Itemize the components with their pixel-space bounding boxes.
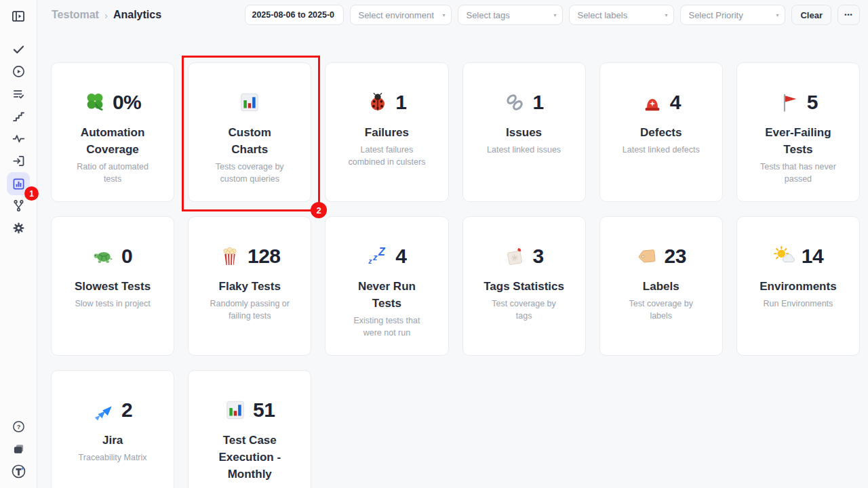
card-automation-coverage[interactable]: 0%Automation CoverageRatio of automated … bbox=[51, 62, 174, 202]
card-subtitle: Latest linked issues bbox=[487, 144, 561, 157]
card-value: 128 bbox=[248, 246, 281, 266]
card-title: Issues bbox=[506, 124, 542, 141]
card-slowest-tests[interactable]: 0Slowest TestsSlow tests in project bbox=[51, 216, 174, 356]
docs-icon bbox=[12, 442, 26, 456]
svg-text:z: z bbox=[372, 252, 378, 262]
sidebar-item-steps[interactable] bbox=[7, 105, 30, 127]
zzz-icon: zzZ bbox=[367, 245, 389, 267]
svg-text:z: z bbox=[368, 258, 373, 265]
topbar: Testomat › Analytics Select environment▾… bbox=[38, 0, 868, 30]
card-never-run-tests[interactable]: zzZ4Never Run TestsExisting tests that w… bbox=[325, 216, 448, 356]
card-subtitle: Traceability Matrix bbox=[79, 452, 147, 464]
card-labels[interactable]: 23LabelsTest coverage by labels bbox=[599, 216, 723, 356]
name-badge-icon bbox=[504, 245, 526, 267]
card-header: 0 bbox=[93, 245, 132, 268]
help-icon: ? bbox=[12, 420, 26, 434]
logo-icon bbox=[11, 464, 26, 479]
card-header: 51 bbox=[224, 399, 275, 422]
panel-toggle-icon[interactable] bbox=[7, 6, 30, 26]
card-value: 4 bbox=[670, 92, 681, 113]
select-priority[interactable]: Select Priority▾ bbox=[680, 5, 785, 25]
select-tags[interactable]: Select tags▾ bbox=[458, 5, 563, 25]
sidebar-item-logo[interactable] bbox=[7, 460, 31, 483]
card-subtitle: Tests coverage by custom quieries bbox=[216, 161, 284, 185]
card-defects[interactable]: 4DefectsLatest linked defects bbox=[599, 62, 723, 202]
card-test-case-execution-monthly[interactable]: 51Test Case Execution - Monthly bbox=[188, 370, 311, 488]
card-subtitle: Slow tests in project bbox=[75, 298, 150, 310]
card-value: 14 bbox=[802, 246, 823, 266]
sidebar-item-runs[interactable] bbox=[7, 60, 30, 83]
breadcrumb-project[interactable]: Testomat bbox=[52, 9, 99, 21]
card-title: Jira bbox=[102, 432, 123, 449]
card-title: Labels bbox=[643, 278, 679, 295]
card-title: Never Run Tests bbox=[358, 278, 416, 312]
card-title: Custom Charts bbox=[229, 124, 271, 158]
card-ever-failing-tests[interactable]: 5Ever-Failing TestsTests that has never … bbox=[736, 62, 860, 202]
card-issues[interactable]: 1IssuesLatest linked issues bbox=[462, 62, 586, 202]
sidebar-item-settings[interactable] bbox=[7, 217, 30, 239]
more-options-button[interactable]: ••• bbox=[837, 5, 860, 25]
bar-chart-icon bbox=[12, 177, 26, 191]
card-tags-statistics[interactable]: 3Tags StatisticsTest coverage by tags bbox=[462, 216, 586, 356]
date-range-input[interactable] bbox=[245, 5, 344, 25]
card-failures[interactable]: 1FailuresLatest failures combined in cul… bbox=[325, 62, 448, 202]
card-header: 1 bbox=[504, 91, 543, 114]
card-title: Environments bbox=[760, 278, 836, 295]
check-icon bbox=[12, 42, 26, 56]
card-header: 128 bbox=[219, 245, 281, 268]
jira-icon bbox=[93, 399, 115, 421]
card-value: 5 bbox=[807, 92, 818, 113]
card-title: Slowest Tests bbox=[75, 278, 151, 295]
sidebar-item-help[interactable]: ? bbox=[7, 415, 31, 438]
chart-emoji-icon bbox=[239, 92, 260, 113]
breadcrumb-separator-icon: › bbox=[104, 9, 108, 21]
select-environment[interactable]: Select environment▾ bbox=[350, 5, 452, 25]
card-flaky-tests[interactable]: 128Flaky TestsRandomly passing or failin… bbox=[188, 216, 311, 356]
sidebar-item-docs[interactable] bbox=[7, 438, 31, 460]
select-labels[interactable]: Select labels▾ bbox=[569, 5, 674, 25]
svg-text:Z: Z bbox=[378, 246, 386, 258]
card-title: Test Case Execution - Monthly bbox=[218, 432, 281, 483]
clear-filters-button[interactable]: Clear bbox=[791, 5, 831, 25]
card-header: 5 bbox=[778, 91, 818, 114]
card-header: 3 bbox=[504, 245, 543, 268]
chevron-down-icon: ▾ bbox=[553, 12, 556, 18]
popcorn-icon bbox=[219, 245, 241, 267]
sidebar-nav: 1 bbox=[7, 38, 30, 239]
label-tag-icon bbox=[636, 245, 658, 267]
card-subtitle: Randomly passing or failing tests bbox=[210, 298, 290, 322]
card-value: 4 bbox=[395, 246, 406, 266]
page-title: Analytics bbox=[113, 9, 161, 21]
sidebar-item-plans[interactable] bbox=[7, 83, 30, 105]
card-custom-charts[interactable]: Custom ChartsTests coverage by custom qu… bbox=[188, 62, 311, 202]
card-environments[interactable]: 14EnvironmentsRun Environments bbox=[736, 216, 860, 356]
chart-emoji-icon bbox=[224, 399, 246, 421]
filter-bar: Select environment▾Select tags▾Select la… bbox=[245, 5, 860, 25]
sidebar-item-pulse[interactable] bbox=[7, 127, 30, 150]
chevron-down-icon: ▾ bbox=[776, 12, 778, 18]
card-value: 0 bbox=[121, 246, 132, 266]
chevron-down-icon: ▾ bbox=[442, 12, 445, 18]
link-icon bbox=[504, 92, 526, 113]
sidebar-item-import[interactable] bbox=[7, 150, 30, 172]
clover-icon bbox=[84, 92, 106, 113]
card-subtitle: Test coverage by labels bbox=[629, 298, 693, 322]
sidebar-item-analytics[interactable]: 1 bbox=[7, 172, 30, 195]
sidebar: 1 ? bbox=[0, 0, 37, 488]
card-subtitle: Ratio of automated tests bbox=[77, 161, 149, 185]
list-check-icon bbox=[12, 87, 26, 101]
card-header: 23 bbox=[636, 245, 686, 268]
card-header: 4 bbox=[642, 91, 681, 114]
sun-cloud-icon bbox=[773, 245, 795, 267]
sidebar-item-tests[interactable] bbox=[7, 38, 30, 60]
chevron-down-icon: ▾ bbox=[665, 12, 667, 18]
card-subtitle: Test coverage by tags bbox=[492, 298, 556, 322]
card-title: Ever-Failing Tests bbox=[765, 124, 831, 158]
card-value: 3 bbox=[532, 246, 543, 266]
card-jira[interactable]: 2JiraTraceability Matrix bbox=[51, 370, 174, 488]
card-title: Flaky Tests bbox=[219, 278, 281, 295]
pulse-icon bbox=[12, 131, 26, 146]
card-value: 23 bbox=[665, 246, 686, 266]
card-value: 2 bbox=[121, 400, 132, 420]
siren-icon bbox=[642, 92, 663, 113]
